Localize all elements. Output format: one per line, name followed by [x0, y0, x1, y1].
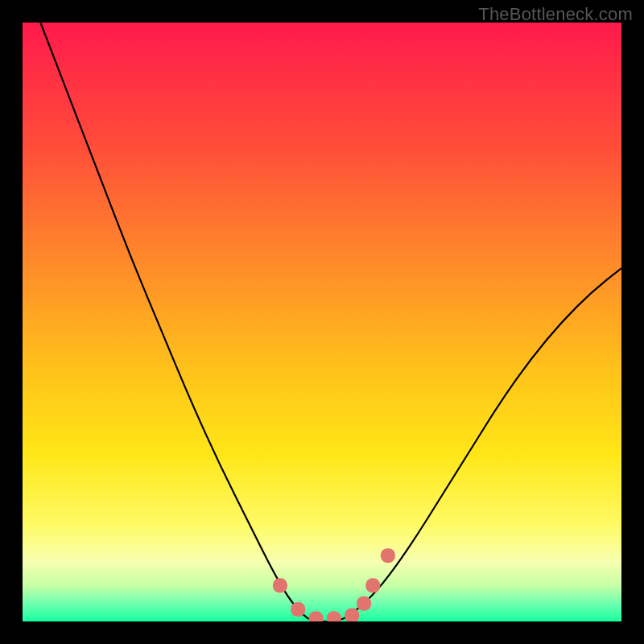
marker-dot	[345, 609, 359, 621]
chart-frame: TheBottleneck.com	[0, 0, 644, 644]
marker-dot	[273, 578, 287, 592]
marker-dot	[291, 602, 305, 617]
chart-svg	[23, 23, 621, 621]
marker-dot	[357, 597, 371, 611]
marker-dot	[365, 578, 380, 592]
marker-dot	[381, 548, 395, 563]
gradient-background	[23, 23, 621, 621]
plot-area	[23, 23, 621, 621]
